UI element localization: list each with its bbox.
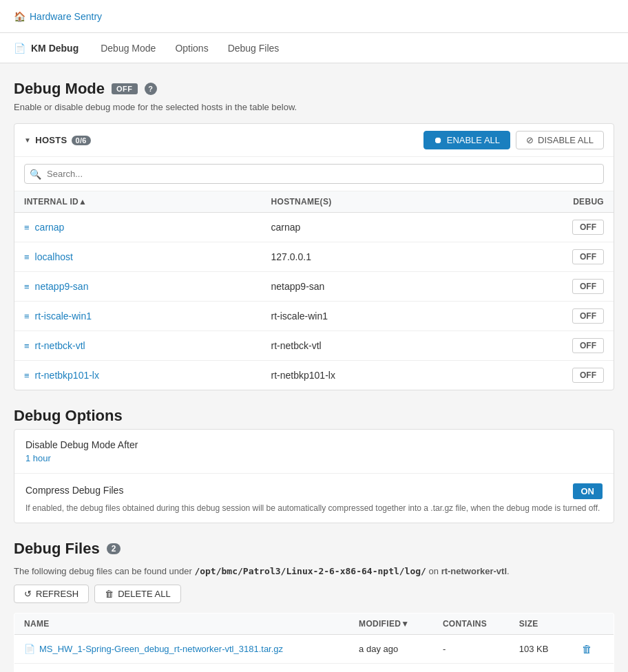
host-hostname-cell: rt-netbck-vtl (262, 331, 481, 361)
table-row: ≡ netapp9-san netapp9-san OFF (14, 272, 614, 302)
sub-nav-brand: KM Debug (31, 43, 78, 54)
refresh-icon: ↺ (24, 589, 32, 599)
path-host: rt-networker-vtl (441, 566, 507, 576)
main-content: Debug Mode OFF ? Enable or disable debug… (0, 63, 628, 672)
debug-files-section: Debug Files 2 The following debug files … (14, 540, 614, 672)
sub-nav: 📄 KM Debug Debug Mode Options Debug File… (0, 33, 628, 63)
host-icon: ≡ (24, 252, 30, 262)
compress-row-inline: Compress Debug Files ON (25, 483, 603, 499)
host-debug-cell: OFF (480, 331, 614, 361)
host-debug-cell: OFF (480, 213, 614, 242)
delete-all-button[interactable]: 🗑 DELETE ALL (94, 585, 181, 603)
host-id-cell: ≡ rt-netbck-vtl (14, 331, 262, 361)
trash-icon: 🗑 (105, 589, 114, 599)
hosts-panel: ▼ HOSTS 0/6 ⏺ ENABLE ALL ⊘ DISABLE ALL (14, 123, 614, 390)
table-row: ≡ rt-iscale-win1 rt-iscale-win1 OFF (14, 302, 614, 331)
hosts-label-text: HOSTS (35, 135, 67, 145)
file-icon: 📄 (24, 644, 35, 654)
debug-off-button[interactable]: OFF (572, 308, 604, 324)
host-icon: ≡ (24, 222, 30, 233)
options-card: Disable Debug Mode After 1 hour Compress… (14, 429, 614, 523)
host-hostname-cell: rt-netbkp101-lx (262, 361, 481, 390)
debug-options-title-text: Debug Options (14, 407, 123, 425)
table-row: ≡ rt-netbkp101-lx rt-netbkp101-lx OFF (14, 361, 614, 390)
host-hostname-cell: rt-iscale-win1 (262, 302, 481, 331)
table-row: ≡ rt-netbck-vtl rt-netbck-vtl OFF (14, 331, 614, 361)
file-modified-cell: a day ago (349, 635, 433, 664)
file-path-desc: The following debug files can be found u… (14, 566, 614, 576)
delete-file-button[interactable]: 🗑 (578, 642, 596, 656)
host-id: localhost (35, 251, 73, 262)
host-icon: ≡ (24, 282, 30, 292)
debug-off-button[interactable]: OFF (572, 249, 604, 264)
sub-nav-link-options[interactable]: Options (167, 33, 216, 63)
debug-files-title-text: Debug Files (14, 540, 100, 558)
debug-files-title-row: Debug Files 2 (14, 540, 614, 562)
host-link[interactable]: ≡ rt-netbck-vtl (24, 340, 252, 351)
debug-options-section: Debug Options Disable Debug Mode After 1… (14, 407, 614, 523)
debug-off-button[interactable]: OFF (572, 279, 604, 294)
debug-mode-badge: OFF (112, 83, 138, 94)
debug-files-title: Debug Files 2 (14, 540, 121, 558)
file-name: MS_HW_1-Spring-Green_debug_rt-networker-… (39, 644, 283, 654)
col-debug: DEBUG (480, 191, 614, 213)
host-link[interactable]: ≡ localhost (24, 251, 252, 262)
disable-after-row: Disable Debug Mode After 1 hour (14, 430, 614, 474)
hosts-actions: ⏺ ENABLE ALL ⊘ DISABLE ALL (423, 131, 604, 149)
files-table: NAME MODIFIED▼ CONTAINS SIZE 📄 MS_HW_1-S… (14, 613, 614, 672)
debug-mode-description: Enable or disable debug mode for the sel… (14, 102, 614, 112)
enable-all-button[interactable]: ⏺ ENABLE ALL (423, 131, 510, 149)
debug-off-button[interactable]: OFF (572, 220, 604, 235)
debug-off-button[interactable]: OFF (572, 368, 604, 383)
host-icon: ≡ (24, 311, 30, 322)
help-icon[interactable]: ? (145, 83, 157, 95)
table-row: ≡ localhost 127.0.0.1 OFF (14, 242, 614, 272)
host-id-cell: ≡ carnap (14, 213, 262, 242)
host-link[interactable]: ≡ rt-iscale-win1 (24, 311, 252, 322)
host-icon: ≡ (24, 370, 30, 381)
chevron-icon: ▼ (24, 136, 31, 144)
compress-label: Compress Debug Files (25, 485, 123, 496)
host-link[interactable]: ≡ rt-netbkp101-lx (24, 370, 252, 381)
refresh-button[interactable]: ↺ REFRESH (14, 585, 89, 603)
host-link[interactable]: ≡ carnap (24, 222, 252, 233)
file-name-cell: 📄 MS_HW_11-Cyan_debug_rt-networker-vtl_3… (14, 664, 350, 673)
file-size-cell: 102 KB (510, 664, 568, 673)
file-size-cell: 103 KB (510, 635, 568, 664)
enable-all-label: ENABLE ALL (447, 135, 500, 145)
compress-toggle[interactable]: ON (573, 483, 603, 499)
col-name: NAME (14, 613, 350, 635)
hosts-header: ▼ HOSTS 0/6 ⏺ ENABLE ALL ⊘ DISABLE ALL (14, 124, 614, 157)
file-link[interactable]: 📄 MS_HW_1-Spring-Green_debug_rt-networke… (24, 644, 339, 654)
path-desc-2: on (429, 566, 439, 576)
host-hostname-cell: netapp9-san (262, 272, 481, 302)
search-icon: 🔍 (30, 169, 41, 180)
host-link[interactable]: ≡ netapp9-san (24, 281, 252, 292)
disable-label: Disable Debug Mode After (25, 439, 603, 450)
debug-off-button[interactable]: OFF (572, 338, 604, 353)
file-row: 📄 MS_HW_11-Cyan_debug_rt-networker-vtl_3… (14, 664, 614, 673)
search-wrapper: 🔍 (24, 164, 604, 184)
host-icon: ≡ (24, 341, 30, 351)
host-id: netapp9-san (35, 281, 89, 292)
compress-desc: If enabled, the debug files obtained dur… (25, 503, 603, 513)
file-modified-cell: a day ago (349, 664, 433, 673)
debug-mode-title-text: Debug Mode (14, 80, 105, 98)
host-debug-cell: OFF (480, 242, 614, 272)
path-code: /opt/bmc/Patrol3/Linux-2-6-x86-64-nptl/l… (194, 566, 426, 576)
enable-icon: ⏺ (434, 135, 443, 145)
host-id: carnap (35, 222, 65, 233)
disable-all-label: DISABLE ALL (538, 135, 594, 145)
host-hostname-cell: 127.0.0.1 (262, 242, 481, 272)
hosts-table: INTERNAL ID▲ HOSTNAME(S) DEBUG ≡ carnap … (14, 191, 614, 390)
file-row: 📄 MS_HW_1-Spring-Green_debug_rt-networke… (14, 635, 614, 664)
col-internal-id: INTERNAL ID▲ (14, 191, 262, 213)
home-link[interactable]: 🏠 Hardware Sentry (14, 11, 102, 22)
file-contains-cell: - (433, 635, 510, 664)
sub-nav-link-debug-mode[interactable]: Debug Mode (92, 33, 164, 63)
sub-nav-link-debug-files[interactable]: Debug Files (220, 33, 288, 63)
disable-all-button[interactable]: ⊘ DISABLE ALL (516, 131, 604, 149)
search-input[interactable] (24, 164, 604, 184)
disable-value[interactable]: 1 hour (25, 453, 603, 463)
compress-row: Compress Debug Files ON If enabled, the … (14, 474, 614, 523)
